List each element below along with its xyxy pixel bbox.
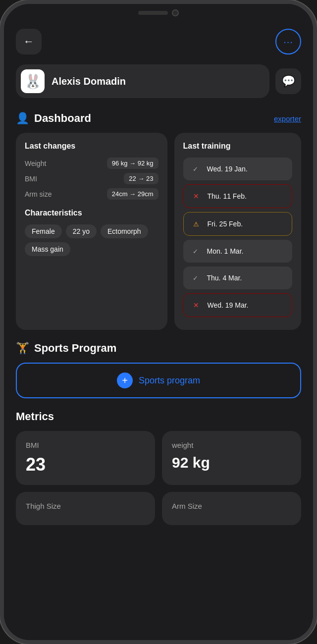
more-button[interactable]: ··· <box>275 29 301 54</box>
notch-speaker <box>138 11 168 15</box>
user-profile[interactable]: 🐰 Alexis Domadin <box>16 64 269 98</box>
phone-notch <box>119 4 198 22</box>
last-changes-title: Last changes <box>25 142 158 151</box>
characteristics-title: Characteristics <box>25 209 158 217</box>
dashboard-title: 👤 Dashboard <box>16 112 91 125</box>
message-button[interactable]: 💬 <box>275 68 301 94</box>
status-icon-missed-2: ✕ <box>190 190 203 203</box>
last-training-card: Last training ✓ Wed. 19 Jan. ✕ Thu. 11 F… <box>174 133 302 330</box>
notch-camera <box>172 9 179 16</box>
message-icon: 💬 <box>282 75 295 88</box>
back-arrow-icon: ← <box>23 35 34 48</box>
training-item-6[interactable]: ✕ Wed. 19 Mar. <box>183 293 293 317</box>
bmi-label: BMI <box>25 175 37 183</box>
cards-row: Last changes Weight 96 kg → 92 kg BMI 22… <box>16 133 301 330</box>
status-icon-done-5: ✓ <box>189 271 202 284</box>
dashboard-header: 👤 Dashboard exporter <box>16 112 301 125</box>
weight-value: 96 kg → 92 kg <box>107 158 158 169</box>
plus-icon: + <box>117 373 133 388</box>
change-row-arm: Arm size 24cm → 29cm <box>25 188 158 200</box>
metric-bmi-label: BMI <box>26 441 145 449</box>
metric-thigh: Thigh Size <box>16 492 155 525</box>
metric-weight: weight 92 kg <box>162 431 301 485</box>
sports-section-title: Sports Program <box>34 342 116 355</box>
phone-frame: ← ··· 🐰 Alexis Domadin 💬 👤 Dashboard <box>0 0 317 644</box>
last-training-title: Last training <box>183 142 293 151</box>
sports-btn-label: Sports program <box>139 376 200 386</box>
user-row: 🐰 Alexis Domadin 💬 <box>16 64 301 98</box>
bmi-value: 22 → 23 <box>124 173 158 184</box>
training-item-1[interactable]: ✓ Wed. 19 Jan. <box>183 158 293 180</box>
metrics-section: Metrics BMI 23 weight 92 kg Thigh Size A… <box>16 410 301 525</box>
last-changes-card: Last changes Weight 96 kg → 92 kg BMI 22… <box>16 133 167 330</box>
tag-age: 22 yo <box>66 224 97 238</box>
training-item-3[interactable]: ⚠ Fri. 25 Feb. <box>183 212 293 236</box>
metric-bmi-value: 23 <box>26 454 145 475</box>
arm-label: Arm size <box>25 190 52 198</box>
training-date-5: Thu. 4 Mar. <box>207 274 242 282</box>
training-date-4: Mon. 1 Mar. <box>207 247 244 255</box>
avatar: 🐰 <box>21 69 45 93</box>
header: ← ··· <box>16 29 301 54</box>
tag-female: Female <box>25 224 62 238</box>
screen: ← ··· 🐰 Alexis Domadin 💬 👤 Dashboard <box>4 4 313 640</box>
change-row-bmi: BMI 22 → 23 <box>25 173 158 184</box>
training-item-2[interactable]: ✕ Thu. 11 Feb. <box>183 184 293 208</box>
status-icon-done-4: ✓ <box>189 245 202 258</box>
metric-arm: Arm Size <box>162 492 301 525</box>
training-date-3: Fri. 25 Feb. <box>208 220 243 228</box>
training-date-6: Wed. 19 Mar. <box>208 301 249 309</box>
tag-goal: Mass gain <box>25 242 70 256</box>
status-icon-warn-3: ⚠ <box>190 217 203 230</box>
export-link[interactable]: exporter <box>274 114 301 123</box>
user-name: Alexis Domadin <box>52 76 126 87</box>
training-date-1: Wed. 19 Jan. <box>207 165 248 173</box>
arm-value: 24cm → 29cm <box>107 188 158 200</box>
metric-weight-label: weight <box>172 441 291 449</box>
dashboard-icon: 👤 <box>16 112 29 125</box>
sports-program-button[interactable]: + Sports program <box>16 363 301 398</box>
sports-icon: 🏋 <box>16 342 29 355</box>
metric-arm-label: Arm Size <box>172 502 291 510</box>
status-icon-missed-6: ✕ <box>190 299 203 312</box>
training-item-4[interactable]: ✓ Mon. 1 Mar. <box>183 240 293 263</box>
training-item-5[interactable]: ✓ Thu. 4 Mar. <box>183 267 293 289</box>
back-button[interactable]: ← <box>16 29 42 54</box>
metric-bmi: BMI 23 <box>16 431 155 485</box>
change-row-weight: Weight 96 kg → 92 kg <box>25 158 158 169</box>
metrics-title: Metrics <box>16 410 301 423</box>
metric-weight-value: 92 kg <box>172 454 291 471</box>
training-date-2: Thu. 11 Feb. <box>208 192 247 200</box>
sports-program-section: 🏋 Sports Program + Sports program <box>16 342 301 398</box>
characteristics-tags: Female 22 yo Ectomorph Mass gain <box>25 224 158 256</box>
metric-thigh-label: Thigh Size <box>26 502 145 510</box>
metrics-grid: BMI 23 weight 92 kg Thigh Size Arm Size <box>16 431 301 525</box>
weight-label: Weight <box>25 160 46 167</box>
status-icon-done-1: ✓ <box>189 162 202 175</box>
more-dots-icon: ··· <box>283 36 293 48</box>
tag-ectomorph: Ectomorph <box>101 224 148 238</box>
